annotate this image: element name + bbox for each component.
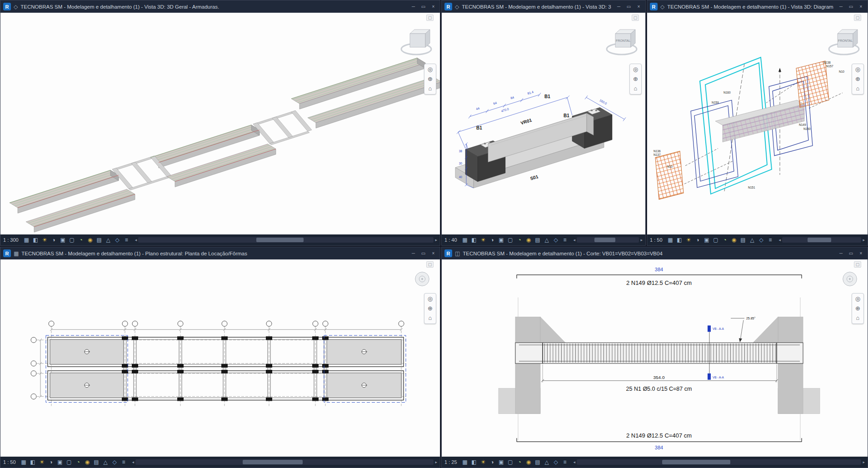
scale-button[interactable]: 1 : 50 <box>650 237 663 243</box>
horizontal-scrollbar[interactable] <box>577 237 639 243</box>
scroll-right-button[interactable]: ▸ <box>863 238 865 242</box>
scrollbar-thumb[interactable] <box>808 238 831 242</box>
crop-region-visibility-icon[interactable]: ▢ <box>712 236 720 244</box>
scroll-right-button[interactable]: ▸ <box>435 460 437 464</box>
detail-level-icon[interactable]: ▦ <box>20 458 28 466</box>
scrollbar-thumb[interactable] <box>662 460 730 464</box>
worksharing-display-icon[interactable]: ≡ <box>120 458 128 466</box>
view-canvas-corte[interactable]: 384 2 N149 Ø12.5 C=407 cm 354.0 25 N1 Ø5… <box>442 259 868 457</box>
temporary-hide-isolate-icon[interactable]: ◔ <box>74 458 83 466</box>
shadows-icon[interactable]: ◑ <box>488 236 497 244</box>
scroll-right-button[interactable]: ▸ <box>640 238 643 242</box>
scale-button[interactable]: 1 : 25 <box>444 459 457 465</box>
detail-level-icon[interactable]: ▦ <box>461 458 469 466</box>
restore-view-button[interactable]: ▢ <box>426 261 434 268</box>
constraints-icon[interactable]: ◇ <box>552 458 560 466</box>
navigation-wheel-icon[interactable]: ◎ <box>425 294 435 304</box>
scale-button[interactable]: 1 : 50 <box>3 459 16 465</box>
analytical-model-icon[interactable]: △ <box>748 236 757 244</box>
structural-plan-drawing[interactable] <box>0 259 440 457</box>
restore-view-button[interactable]: ▢ <box>854 15 861 21</box>
temporary-view-properties-icon[interactable]: ▤ <box>739 236 748 244</box>
analytical-model-icon[interactable]: △ <box>543 236 551 244</box>
restore-button[interactable]: ▭ <box>624 2 634 11</box>
temporary-view-properties-icon[interactable]: ▤ <box>534 458 542 466</box>
close-button[interactable]: × <box>429 2 438 11</box>
home-icon[interactable]: ⌂ <box>853 314 863 323</box>
horizontal-scrollbar[interactable] <box>782 237 861 243</box>
minimize-button[interactable]: ─ <box>409 249 418 258</box>
visual-style-icon[interactable]: ◧ <box>29 458 37 466</box>
view-canvas-diagrama[interactable]: N160 N159 N136 N137 N10 N151 N149 N150 N… <box>647 13 868 234</box>
worksharing-display-icon[interactable]: ≡ <box>561 236 569 244</box>
sun-path-icon[interactable]: ☀ <box>479 458 488 466</box>
scale-button[interactable]: 1 : 300 <box>3 237 19 243</box>
beam-elevation[interactable] <box>515 343 803 363</box>
deck-slabs[interactable] <box>10 58 440 232</box>
shadows-icon[interactable]: ◑ <box>50 236 58 244</box>
crop-view-icon[interactable]: ▣ <box>497 236 506 244</box>
viewcube[interactable]: FRONTAL <box>827 24 861 58</box>
view-canvas-planta[interactable]: ▢ ◎⊕⌂ <box>0 259 440 457</box>
worksharing-display-icon[interactable]: ≡ <box>766 236 775 244</box>
reveal-hidden-elements-icon[interactable]: ◉ <box>83 458 92 466</box>
view-canvas-3d-geral[interactable]: ▢ ◎⊕⌂ <box>0 13 440 234</box>
worksharing-display-icon[interactable]: ≡ <box>561 458 569 466</box>
horizontal-scrollbar[interactable] <box>138 237 434 243</box>
crop-region-visibility-icon[interactable]: ▢ <box>68 236 76 244</box>
titlebar[interactable]: R ◫ TECNOBRAS SM - Modelagem e detalhame… <box>442 247 868 259</box>
navigation-wheel-disc[interactable] <box>413 269 432 289</box>
minimize-button[interactable]: ─ <box>614 2 624 11</box>
horizontal-scrollbar[interactable] <box>135 459 434 465</box>
constraints-icon[interactable]: ◇ <box>113 236 122 244</box>
restore-view-button[interactable]: ▢ <box>632 15 639 21</box>
temporary-view-properties-icon[interactable]: ▤ <box>534 236 542 244</box>
visual-style-icon[interactable]: ◧ <box>470 236 479 244</box>
analytical-model-icon[interactable]: △ <box>104 236 113 244</box>
sun-path-icon[interactable]: ☀ <box>40 236 49 244</box>
reveal-hidden-elements-icon[interactable]: ◉ <box>524 236 533 244</box>
constraints-icon[interactable]: ◇ <box>757 236 766 244</box>
detail-level-icon[interactable]: ▦ <box>22 236 31 244</box>
navigation-wheel-icon[interactable]: ◎ <box>425 65 435 74</box>
navigation-wheel-icon[interactable]: ◎ <box>853 65 863 74</box>
analytical-model-icon[interactable]: △ <box>543 458 551 466</box>
crop-region-visibility-icon[interactable]: ▢ <box>506 236 515 244</box>
transverse-beams[interactable] <box>124 337 327 400</box>
restore-view-button[interactable]: ▢ <box>426 15 434 21</box>
crop-view-icon[interactable]: ▣ <box>56 458 65 466</box>
zoom-icon[interactable]: ⊕ <box>425 75 435 84</box>
viewcube-front-face-label[interactable]: FRONTAL <box>838 39 853 42</box>
home-icon[interactable]: ⌂ <box>425 84 435 93</box>
navigation-bar[interactable]: ◎⊕⌂ <box>852 64 864 95</box>
scrollbar-thumb[interactable] <box>594 238 616 242</box>
visual-style-icon[interactable]: ◧ <box>470 458 479 466</box>
crop-view-icon[interactable]: ▣ <box>59 236 67 244</box>
navigation-wheel-icon[interactable]: ◎ <box>853 294 863 304</box>
minimize-button[interactable]: ─ <box>836 2 846 11</box>
temporary-view-properties-icon[interactable]: ▤ <box>95 236 104 244</box>
bridge-modules-3d-model[interactable] <box>0 13 440 234</box>
horizontal-scrollbar[interactable] <box>577 459 861 465</box>
visual-style-icon[interactable]: ◧ <box>675 236 684 244</box>
navigation-wheel-icon[interactable]: ◎ <box>631 65 641 74</box>
shadows-icon[interactable]: ◑ <box>488 458 497 466</box>
temporary-hide-isolate-icon[interactable]: ◔ <box>515 236 524 244</box>
navigation-bar[interactable]: ◎⊕⌂ <box>629 64 642 95</box>
reveal-hidden-elements-icon[interactable]: ◉ <box>730 236 738 244</box>
analytical-model-icon[interactable]: △ <box>101 458 110 466</box>
zoom-icon[interactable]: ⊕ <box>631 75 641 84</box>
close-button[interactable]: × <box>856 2 866 11</box>
navigation-bar[interactable]: ◎⊕⌂ <box>424 64 436 95</box>
beam-section-drawing[interactable]: 384 2 N149 Ø12.5 C=407 cm 354.0 25 N1 Ø5… <box>442 259 868 457</box>
shadows-icon[interactable]: ◑ <box>693 236 702 244</box>
crop-region-visibility-icon[interactable]: ▢ <box>65 458 74 466</box>
zoom-icon[interactable]: ⊕ <box>425 304 435 313</box>
sun-path-icon[interactable]: ☀ <box>479 236 488 244</box>
beam-with-mesh[interactable] <box>715 100 804 142</box>
minimize-button[interactable]: ─ <box>836 249 846 258</box>
scroll-left-button[interactable]: ◂ <box>779 238 781 242</box>
home-icon[interactable]: ⌂ <box>853 84 863 93</box>
reveal-hidden-elements-icon[interactable]: ◉ <box>86 236 95 244</box>
detail-level-icon[interactable]: ▦ <box>461 236 469 244</box>
